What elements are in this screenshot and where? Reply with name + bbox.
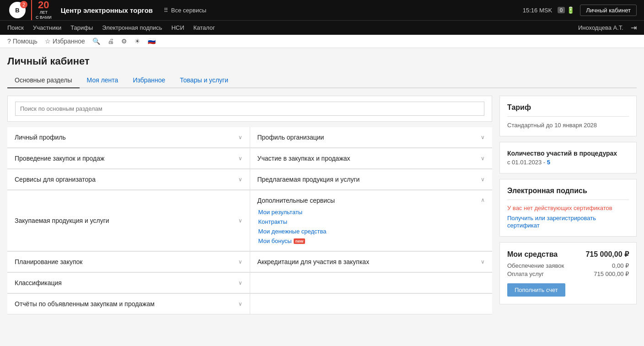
print-icon: 🖨: [107, 38, 114, 45]
new-badge: new: [294, 238, 306, 244]
participation-card: Количество участий в процедурах с 01.01.…: [499, 142, 637, 173]
section-row-4: Закупаемая продукция и услуги ∨ Дополнит…: [7, 190, 492, 251]
second-nav-right: Иноходцева А.Т. ⇥: [578, 23, 637, 32]
section-additional-services[interactable]: Дополнительные сервисы ∨ Мои результаты …: [250, 190, 493, 251]
chevron-icon: ∨: [238, 217, 242, 224]
toolbar: ? Помощь ☆ Избранное 🔍 🖨 ⚙ ☀ 🇷🇺: [0, 35, 644, 48]
ep-warning: У вас нет действующих сертификатов: [507, 205, 629, 211]
section-products-offered[interactable]: Предлагаемая продукция и услуги ∨: [250, 169, 493, 189]
chevron-icon: ∨: [238, 301, 242, 307]
logout-icon[interactable]: ⇥: [631, 23, 637, 32]
tab-main[interactable]: Основные разделы: [7, 73, 80, 88]
logo-years-text: ЛЕТ С ВАМИ: [36, 10, 52, 20]
participation-title: Количество участий в процедурах: [507, 150, 629, 157]
section-planning[interactable]: Планирование закупок ∨: [7, 252, 250, 272]
star-icon: ☆: [45, 38, 51, 45]
section-header: Дополнительные сервисы ∨: [258, 197, 485, 204]
funds-row-2: Оплата услуг 715 000,00 ₽: [507, 270, 629, 277]
logo-num: 2: [20, 1, 27, 8]
section-organizer-services[interactable]: Сервисы для организатора ∨: [7, 169, 250, 189]
nav-ep[interactable]: Электронная подпись: [102, 24, 162, 31]
section-row-3: Сервисы для организатора ∨ Предлагаемая …: [7, 169, 492, 189]
funds-title: Мои средства: [507, 250, 558, 259]
topup-button[interactable]: Пополнить счет: [507, 283, 565, 297]
section-empty-right2: [250, 294, 493, 314]
tariff-card: Тариф Стандартный до 10 января 2028: [499, 96, 637, 136]
nav-tariffs[interactable]: Тарифы: [70, 24, 93, 31]
flag-icon: 🇷🇺: [148, 38, 156, 45]
chevron-icon: ∨: [481, 155, 485, 162]
chevron-icon: ∨: [481, 259, 485, 265]
section-accreditation[interactable]: Аккредитации для участия в закупках ∨: [250, 252, 493, 272]
funds-card: Мои средства 715 000,00 ₽ Обеспечение за…: [499, 242, 637, 304]
grid-icon: ⠿: [164, 7, 168, 14]
battery-icon: 🔋: [567, 6, 574, 14]
section-procurement[interactable]: Проведение закупок и продаж ∨: [7, 148, 250, 168]
user-name: Иноходцева А.Т.: [578, 24, 623, 31]
all-services-nav[interactable]: ⠿ Все сервисы: [164, 7, 206, 14]
content-row: Личный профиль ∨ Профиль организации ∨ П…: [7, 96, 637, 314]
personal-cabinet-button[interactable]: Личный кабинет: [580, 5, 637, 16]
search-input[interactable]: [15, 102, 484, 116]
ep-register-link[interactable]: Получить или зарегистрировать сертификат: [507, 215, 596, 229]
logo-years: 20 ЛЕТ С ВАМИ: [31, 0, 52, 20]
search-bar: [7, 96, 492, 122]
logo-badge[interactable]: B 2: [7, 0, 27, 20]
sub-link-funds[interactable]: Мои денежные средства: [258, 228, 485, 235]
help-button[interactable]: ? Помощь: [7, 38, 38, 45]
section-row-6: Классификация ∨: [7, 273, 492, 293]
section-org-profile[interactable]: Профиль организации ∨: [250, 127, 493, 147]
content-left: Личный профиль ∨ Профиль организации ∨ П…: [7, 96, 492, 314]
brightness-button[interactable]: ☀: [134, 38, 140, 45]
sub-link-results[interactable]: Мои результаты: [258, 209, 485, 216]
battery-area: 0 🔋: [558, 6, 574, 14]
tab-feed[interactable]: Моя лента: [80, 73, 126, 88]
search-icon: 🔍: [92, 38, 100, 45]
tabs: Основные разделы Моя лента Избранное Тов…: [7, 73, 637, 88]
ep-card: Электронная подпись У вас нет действующи…: [499, 179, 637, 237]
sections-wrapper: Личный профиль ∨ Профиль организации ∨ П…: [7, 127, 492, 314]
tab-goods[interactable]: Товары и услуги: [172, 73, 236, 88]
chevron-icon: ∨: [481, 176, 485, 183]
favorites-button[interactable]: ☆ Избранное: [45, 38, 85, 45]
tab-favorites[interactable]: Избранное: [125, 73, 172, 88]
second-nav: Поиск Участники Тарифы Электронная подпи…: [0, 20, 644, 35]
top-right: 15:16 MSK 0 🔋 Личный кабинет: [523, 5, 637, 16]
section-participation[interactable]: Участие в закупках и продажах ∨: [250, 148, 493, 168]
nav-participants[interactable]: Участники: [33, 24, 61, 31]
section-purchased-products[interactable]: Закупаемая продукция и услуги ∨: [7, 190, 250, 251]
chevron-icon: ∨: [481, 134, 485, 141]
main-container: Личный кабинет Основные разделы Моя лент…: [0, 48, 644, 314]
page-title: Личный кабинет: [7, 55, 637, 67]
funds-header: Мои средства 715 000,00 ₽: [507, 250, 629, 259]
search-toolbar-button[interactable]: 🔍: [92, 38, 100, 45]
notif-badge: 0: [558, 7, 565, 13]
settings-button[interactable]: ⚙: [121, 38, 127, 45]
section-empty-right: [250, 273, 493, 293]
chevron-icon: ∨: [238, 134, 242, 141]
section-reports[interactable]: Отчёты по объявленным закупкам и продажа…: [7, 294, 250, 314]
chevron-icon: ∨: [238, 176, 242, 183]
logo-area: B 2 20 ЛЕТ С ВАМИ: [7, 0, 52, 20]
tariff-value: Стандартный до 10 января 2028: [507, 122, 597, 129]
ep-title: Электронная подпись: [507, 187, 629, 195]
section-row-2: Проведение закупок и продаж ∨ Участие в …: [7, 148, 492, 168]
language-button[interactable]: 🇷🇺: [148, 38, 156, 45]
nav-search[interactable]: Поиск: [7, 24, 24, 31]
sub-link-contracts[interactable]: Контракты: [258, 218, 485, 225]
help-icon: ?: [7, 38, 11, 45]
chevron-icon: ∨: [238, 155, 242, 162]
participation-sub: с 01.01.2023 - 5: [507, 159, 629, 166]
chevron-icon: ∨: [238, 280, 242, 286]
chevron-icon: ∨: [238, 259, 242, 265]
print-button[interactable]: 🖨: [107, 38, 114, 45]
nav-nsi[interactable]: НСИ: [172, 24, 184, 31]
site-title: Центр электронных торгов: [61, 6, 153, 14]
nav-catalog[interactable]: Каталог: [193, 24, 215, 31]
sub-links: Мои результаты Контракты Мои денежные ср…: [258, 209, 485, 244]
section-personal-profile[interactable]: Личный профиль ∨: [7, 127, 250, 147]
participation-count: 5: [547, 159, 550, 166]
funds-amount: 715 000,00 ₽: [585, 250, 629, 259]
section-classification[interactable]: Классификация ∨: [7, 273, 250, 293]
sub-link-bonuses[interactable]: Мои бонусы new: [258, 238, 485, 244]
